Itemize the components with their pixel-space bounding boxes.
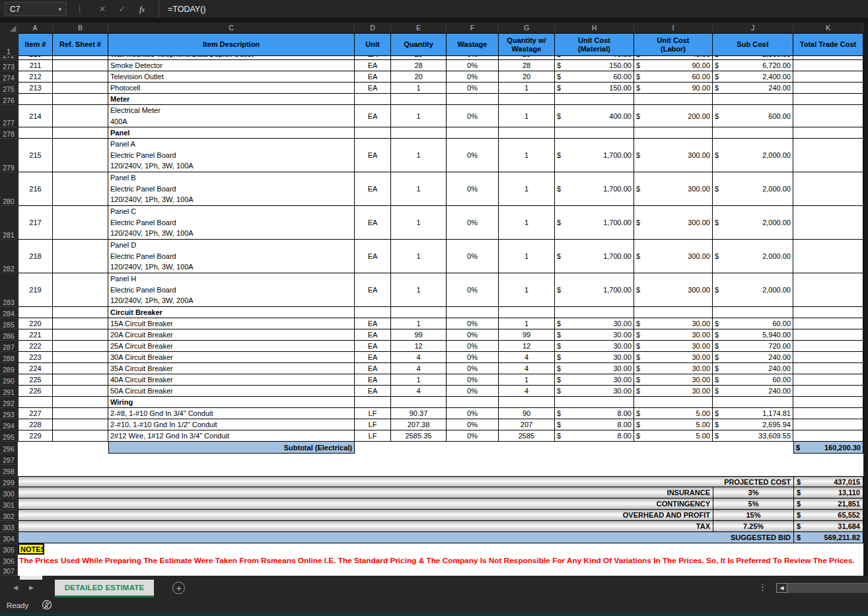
summary-percent-cell[interactable]: 3% [713, 487, 793, 498]
unit-cell[interactable]: LF [355, 408, 391, 419]
item-description-cell[interactable]: 25A Circuit Breaker [108, 341, 355, 352]
grid-cell[interactable] [555, 94, 634, 105]
ref-sheet-cell[interactable] [53, 105, 108, 127]
ref-sheet-cell[interactable] [53, 172, 108, 206]
unit-cost-labor-cell[interactable]: $30.00 [634, 363, 713, 374]
summary-percent-cell[interactable]: 7.25% [713, 521, 793, 532]
ref-sheet-cell[interactable] [53, 83, 108, 94]
row-number-header[interactable]: 280 [0, 172, 18, 206]
next-sheet-icon[interactable]: ▶ [29, 584, 34, 591]
unit-cell[interactable]: EA [355, 374, 391, 386]
ref-sheet-cell[interactable] [53, 318, 108, 329]
row-number-header[interactable]: 291 [0, 386, 18, 397]
row-number-header[interactable]: 305 [0, 543, 18, 555]
wastage-cell[interactable]: 0% [447, 329, 499, 341]
total-trade-cost-cell[interactable] [793, 60, 863, 71]
notes-label-cell[interactable]: NOTES [18, 543, 44, 555]
row-number-header[interactable]: 297 [0, 454, 18, 465]
row-number-header[interactable]: 300 [0, 487, 18, 498]
column-letter-C[interactable]: C [108, 22, 355, 33]
ref-sheet-cell[interactable] [53, 240, 108, 273]
quantity-w-wastage-cell[interactable]: 4 [499, 386, 555, 397]
column-letter-A[interactable]: A [18, 22, 53, 33]
unit-cost-material-cell[interactable]: $1,700.00 [555, 206, 634, 240]
sub-cost-cell[interactable]: $600.00 [713, 105, 793, 127]
column-header-cell[interactable]: Item # [18, 33, 53, 56]
unit-cost-labor-cell[interactable]: $5.00 [634, 408, 713, 419]
grid-cell[interactable] [713, 94, 793, 105]
row-number-header[interactable]: 298 [0, 465, 18, 476]
sub-cost-cell[interactable]: $60.00 [713, 374, 793, 386]
ref-sheet-cell[interactable] [53, 430, 108, 442]
ref-sheet-cell[interactable] [53, 307, 108, 318]
summary-amount-cell[interactable]: $21,851 [793, 498, 863, 510]
item-number-cell[interactable]: 226 [18, 386, 53, 397]
ref-sheet-cell[interactable] [53, 139, 108, 172]
item-number-cell[interactable]: 224 [18, 363, 53, 374]
sub-cost-cell[interactable]: $240.00 [713, 386, 793, 397]
item-number-cell[interactable] [18, 397, 53, 408]
sub-cost-cell[interactable]: $240.00 [713, 83, 793, 94]
wastage-cell[interactable]: 0% [447, 71, 499, 83]
total-trade-cost-cell[interactable] [793, 329, 863, 341]
ref-sheet-cell[interactable] [53, 206, 108, 240]
item-description-cell[interactable]: Television Outlet [108, 71, 355, 83]
summary-amount-cell[interactable]: $31,684 [793, 521, 863, 532]
grid-cell[interactable] [634, 94, 713, 105]
unit-cost-material-cell[interactable]: $1,700.00 [555, 240, 634, 273]
summary-amount-cell[interactable]: $437,015 [793, 476, 863, 487]
select-all-corner[interactable] [0, 22, 18, 33]
row-number-header[interactable]: 304 [0, 532, 18, 543]
grid-cell[interactable] [18, 442, 108, 454]
tab-bar-options-icon[interactable]: ⋮ [758, 582, 767, 592]
unit-cost-labor-cell[interactable]: $300.00 [634, 172, 713, 206]
grid-cell[interactable] [634, 307, 713, 318]
item-number-cell[interactable]: 227 [18, 408, 53, 419]
ref-sheet-cell[interactable] [53, 352, 108, 363]
wastage-cell[interactable]: 0% [447, 430, 499, 442]
column-header-cell[interactable]: Unit Cost (Material) [555, 33, 634, 56]
row-number-header[interactable]: 283 [0, 273, 18, 307]
grid-cell[interactable] [391, 397, 447, 408]
subtotal-total-cell[interactable]: $160,200.30 [793, 442, 863, 454]
unit-cost-material-cell[interactable]: $30.00 [555, 341, 634, 352]
column-letter-F[interactable]: F [447, 22, 499, 33]
column-letter-I[interactable]: I [634, 22, 713, 33]
unit-cost-material-cell[interactable]: $1,700.00 [555, 172, 634, 206]
name-box[interactable]: C7 ▾ [5, 2, 67, 16]
unit-cell[interactable]: EA [355, 60, 391, 71]
grid-cell[interactable] [355, 442, 793, 454]
quantity-w-wastage-cell[interactable]: 1 [499, 139, 555, 172]
ref-sheet-cell[interactable] [53, 273, 108, 307]
subtotal-label-cell[interactable]: Subtotal (Electrical) [108, 442, 355, 454]
grid-cell[interactable] [447, 94, 499, 105]
row-number-header[interactable]: 1 [0, 33, 18, 56]
quantity-w-wastage-cell[interactable]: 1 [499, 318, 555, 329]
quantity-cell[interactable]: 207.38 [391, 419, 447, 430]
horizontal-scrollbar[interactable] [787, 583, 868, 593]
quantity-cell[interactable]: 4 [391, 386, 447, 397]
item-number-cell[interactable]: 221 [18, 329, 53, 341]
item-number-cell[interactable]: 215 [18, 139, 53, 172]
row-number-header[interactable]: 278 [0, 127, 18, 139]
unit-cost-labor-cell[interactable]: $300.00 [634, 206, 713, 240]
column-letter-E[interactable]: E [391, 22, 447, 33]
unit-cost-labor-cell[interactable]: $30.00 [634, 352, 713, 363]
quantity-w-wastage-cell[interactable]: 28 [499, 60, 555, 71]
unit-cost-material-cell[interactable]: $60.00 [555, 71, 634, 83]
row-number-header[interactable]: 286 [0, 329, 18, 341]
summary-label-cell[interactable]: INSURANCE [18, 487, 713, 498]
quantity-cell[interactable]: 12 [391, 341, 447, 352]
column-letter-D[interactable]: D [355, 22, 391, 33]
total-trade-cost-cell[interactable] [793, 71, 863, 83]
sub-cost-cell[interactable]: $2,695.94 [713, 419, 793, 430]
unit-cost-material-cell[interactable]: $150.00 [555, 83, 634, 94]
wastage-cell[interactable]: 0% [447, 240, 499, 273]
quantity-cell[interactable]: 2585.35 [391, 430, 447, 442]
wastage-cell[interactable]: 0% [447, 105, 499, 127]
grid-cell[interactable] [355, 307, 391, 318]
row-number-header[interactable]: 274 [0, 71, 18, 83]
grid-cell[interactable] [355, 94, 391, 105]
unit-cell[interactable]: EA [355, 352, 391, 363]
summary-percent-cell[interactable]: 15% [713, 510, 793, 521]
